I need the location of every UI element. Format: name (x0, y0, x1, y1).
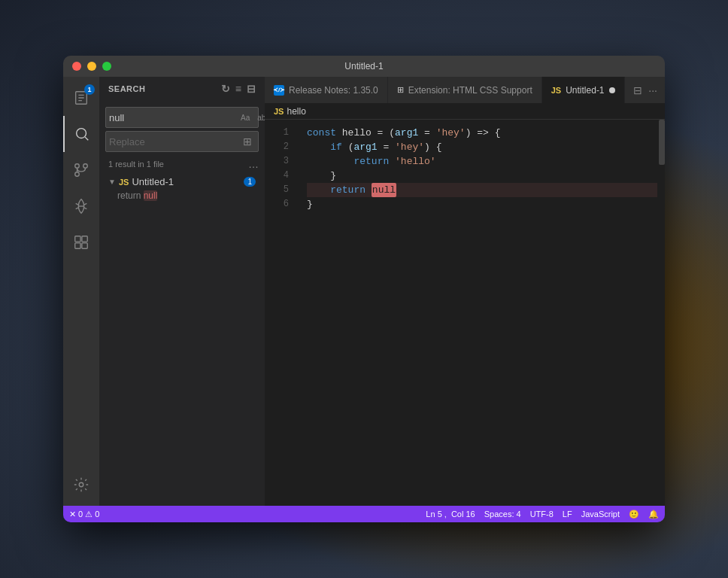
vscode-icon: ≺/≻ (274, 85, 284, 96)
replace-input-container: ⊞ (105, 131, 259, 152)
code-content[interactable]: const hello = (arg1 = 'hey') => { if (ar… (295, 120, 657, 506)
main-content: 1 (63, 77, 665, 506)
search-icon (74, 126, 90, 142)
line-num-3: 3 (265, 154, 289, 169)
code-line-1: const hello = (arg1 = 'hey') => { (307, 126, 657, 140)
svg-line-14 (84, 208, 87, 209)
activity-search[interactable] (63, 116, 99, 152)
breadcrumb[interactable]: JS hello (274, 106, 306, 117)
activity-explorer[interactable]: 1 (63, 80, 99, 116)
status-bar: ✕ 0 ⚠ 0 Ln 5, Col 16 Spaces: 4 UTF-8 LF … (63, 506, 665, 522)
debug-icon (73, 198, 89, 214)
traffic-lights (72, 62, 111, 71)
minimap-thumb[interactable] (659, 120, 665, 165)
status-language[interactable]: JavaScript (581, 510, 620, 519)
code-line-6: } (307, 197, 657, 211)
status-left: ✕ 0 ⚠ 0 (69, 510, 99, 519)
sidebar-header: Search ↻ ≡ ⊟ (99, 77, 265, 101)
js-tab-icon: JS (551, 86, 561, 95)
more-actions-icon[interactable]: … (248, 158, 259, 170)
sidebar: Search ↻ ≡ ⊟ Aa ab .* ⊞ (99, 77, 265, 506)
match-case-button[interactable]: Aa (238, 113, 252, 123)
svg-point-19 (79, 482, 83, 487)
settings-icon (73, 476, 89, 493)
sidebar-header-actions: ↻ ≡ ⊟ (221, 83, 256, 95)
breadcrumb-label: hello (287, 106, 305, 117)
match-highlight: null (144, 190, 158, 201)
activity-debug[interactable] (63, 188, 99, 224)
minimize-button[interactable] (87, 62, 96, 71)
sidebar-title: Search (108, 84, 145, 93)
explorer-badge: 1 (84, 84, 95, 95)
results-count: 1 result in 1 file (108, 160, 245, 169)
breadcrumb-js-icon: JS (274, 107, 284, 116)
title-bar: Untitled-1 (63, 56, 665, 77)
error-icon: ✕ (69, 510, 76, 519)
svg-line-13 (84, 203, 87, 205)
tab-release-notes[interactable]: ≺/≻ Release Notes: 1.35.0 (265, 77, 388, 103)
dirty-indicator (609, 87, 615, 93)
more-tab-actions-button[interactable]: ··· (647, 83, 659, 98)
tabs-bar: ≺/≻ Release Notes: 1.35.0 ⊞ Extension: H… (265, 77, 665, 103)
tab-label-untitled-1: Untitled-1 (566, 85, 604, 96)
code-editor[interactable]: 1 2 3 4 5 6 const hello = (arg1 = 'hey')… (265, 120, 665, 506)
activity-source-control[interactable] (63, 152, 99, 188)
split-editor-button[interactable]: ⊟ (632, 83, 644, 98)
status-line: Ln 5 (426, 510, 441, 519)
minimap (657, 120, 665, 506)
line-num-5: 5 (265, 183, 289, 197)
code-line-5: return null (307, 183, 657, 197)
svg-point-8 (75, 172, 80, 177)
activity-bar: 1 (63, 77, 99, 506)
chevron-down-icon: ▼ (108, 178, 116, 186)
svg-rect-15 (75, 236, 80, 242)
window-title: Untitled-1 (344, 61, 383, 71)
tab-label-extension: Extension: HTML CSS Support (408, 85, 532, 96)
svg-rect-17 (75, 243, 80, 248)
replace-input[interactable] (109, 133, 237, 150)
file-result-group: ▼ JS Untitled-1 1 return null (99, 173, 265, 204)
refresh-search-icon[interactable]: ↻ (221, 83, 231, 95)
match-line-item[interactable]: return null (99, 189, 265, 202)
match-count-badge: 1 (244, 177, 256, 187)
status-cursor[interactable]: Ln 5, Col 16 (426, 510, 475, 519)
svg-rect-18 (82, 243, 87, 248)
activity-settings[interactable] (63, 470, 99, 506)
collapse-all-icon[interactable]: ⊟ (247, 83, 256, 95)
warning-count: 0 (95, 510, 99, 519)
match-word-button[interactable]: ab (255, 113, 265, 123)
line-numbers: 1 2 3 4 5 6 (265, 120, 295, 506)
status-errors[interactable]: ✕ 0 ⚠ 0 (69, 510, 99, 519)
code-line-3: return 'hello' (307, 154, 657, 169)
tab-untitled-1[interactable]: JS Untitled-1 (542, 77, 625, 103)
line-num-4: 4 (265, 169, 289, 183)
maximize-button[interactable] (102, 62, 111, 71)
code-line-2: if (arg1 = 'hey') { (307, 140, 657, 154)
file-name-label: Untitled-1 (132, 176, 241, 187)
replace-all-button[interactable]: ⊞ (240, 135, 255, 148)
svg-line-11 (76, 203, 79, 205)
file-result-header[interactable]: ▼ JS Untitled-1 1 (99, 175, 265, 189)
status-bell[interactable]: 🔔 (648, 510, 659, 519)
svg-line-12 (76, 208, 79, 209)
match-text-prefix: return (117, 190, 144, 201)
line-num-6: 6 (265, 197, 289, 211)
status-right: Ln 5, Col 16 Spaces: 4 UTF-8 LF JavaScri… (426, 510, 659, 519)
breadcrumb-bar: JS hello (265, 103, 665, 120)
search-input[interactable] (109, 109, 235, 126)
tab-extension[interactable]: ⊞ Extension: HTML CSS Support (388, 77, 542, 103)
error-count: 0 (78, 510, 83, 519)
warning-icon: ⚠ (85, 510, 93, 519)
status-spaces[interactable]: Spaces: 4 (484, 510, 521, 519)
close-button[interactable] (72, 62, 81, 71)
clear-results-icon[interactable]: ≡ (235, 83, 242, 95)
activity-extensions[interactable] (63, 224, 99, 260)
line-num-1: 1 (265, 126, 289, 140)
svg-point-6 (75, 164, 80, 169)
status-smiley[interactable]: 🙂 (629, 510, 639, 519)
search-panel: Aa ab .* ⊞ (99, 101, 265, 158)
code-line-4: } (307, 169, 657, 183)
status-encoding[interactable]: UTF-8 (530, 510, 554, 519)
tab-label-release-notes: Release Notes: 1.35.0 (289, 85, 378, 96)
status-line-ending[interactable]: LF (563, 510, 572, 519)
